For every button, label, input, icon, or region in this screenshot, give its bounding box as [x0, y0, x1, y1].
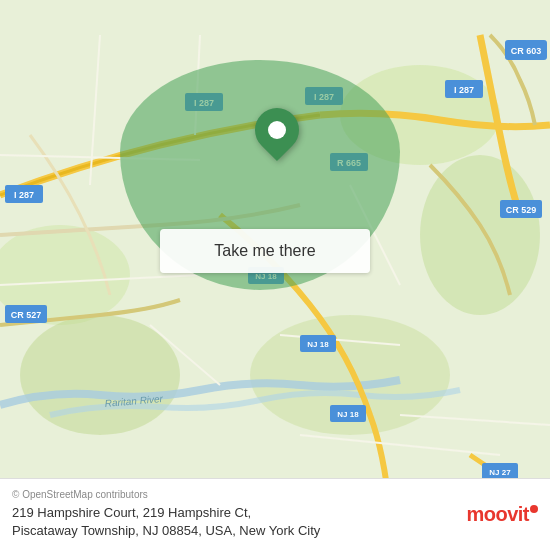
- moovit-logo: moovit: [466, 503, 538, 526]
- svg-text:CR 529: CR 529: [506, 205, 537, 215]
- svg-text:NJ 27: NJ 27: [489, 468, 511, 477]
- address-line1: 219 Hampshire Court, 219 Hampshire Ct,: [12, 505, 251, 520]
- svg-text:I 287: I 287: [454, 85, 474, 95]
- moovit-label: moovit: [466, 503, 529, 526]
- address-section: © OpenStreetMap contributors 219 Hampshi…: [12, 489, 456, 540]
- location-pin: [255, 108, 299, 152]
- map-container: CR 603 I 287 I 287 I 287 I 287 R 665 CR …: [0, 0, 550, 550]
- osm-credit: © OpenStreetMap contributors: [12, 489, 456, 500]
- moovit-dot: [530, 505, 538, 513]
- svg-text:I 287: I 287: [14, 190, 34, 200]
- svg-text:CR 527: CR 527: [11, 310, 42, 320]
- svg-point-2: [420, 155, 540, 315]
- bottom-info-bar: © OpenStreetMap contributors 219 Hampshi…: [0, 478, 550, 550]
- address-line2: Piscataway Township, NJ 08854, USA, New …: [12, 523, 320, 538]
- svg-text:NJ 18: NJ 18: [307, 340, 329, 349]
- svg-point-4: [20, 315, 180, 435]
- address-text: 219 Hampshire Court, 219 Hampshire Ct, P…: [12, 504, 456, 540]
- svg-text:NJ 18: NJ 18: [337, 410, 359, 419]
- svg-text:CR 603: CR 603: [511, 46, 542, 56]
- take-me-there-button[interactable]: Take me there: [160, 229, 370, 273]
